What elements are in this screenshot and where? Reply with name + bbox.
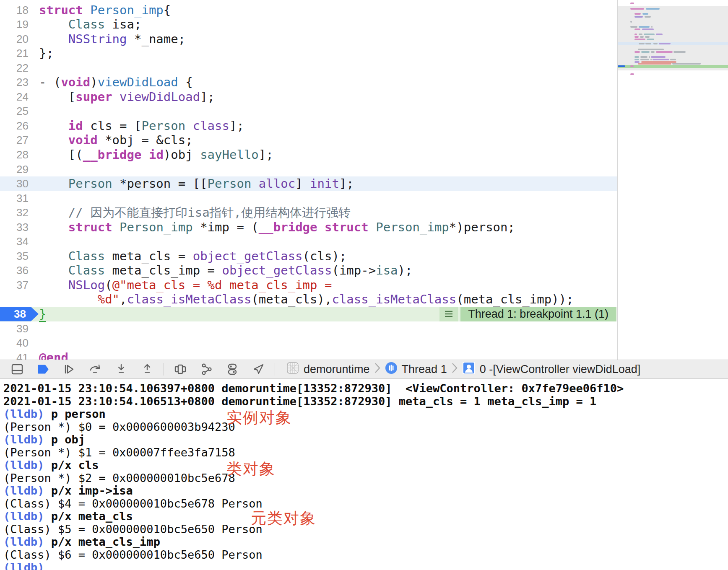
source-editor[interactable]: 1718struct Person_imp{19 Class isa;20 NS… [0,0,617,360]
minimap-code-bar [644,34,655,35]
line-number[interactable]: 20 [0,32,29,47]
editor-minimap[interactable] [617,0,728,360]
memory-graph-button[interactable] [193,360,219,378]
line-number[interactable]: 31 [0,191,29,206]
line-number[interactable]: 33 [0,220,29,235]
console-line-out: (Person *) $0 = 0x0000600003b94230 [0,421,728,434]
jumpbar-thread[interactable]: Thread 1 [402,363,447,376]
line-number[interactable]: 34 [0,234,29,249]
code-lines: 1718struct Person_imp{19 Class isa;20 NS… [0,0,617,360]
console-line-cmd: (lldb) p/x imp->isa [0,484,728,497]
minimap-code-bar [639,34,642,35]
lldb-prompt: (lldb) [3,535,51,548]
minimap-code-bar [653,43,658,44]
code-line-24: 24 [super viewDidLoad]; [0,90,617,104]
code-line-38: 38}Thread 1: breakpoint 1.1 (1) [0,307,617,321]
console-line-cmd: (lldb) p/x cls [0,459,728,472]
code-line-34: 34 [0,234,617,249]
minimap-code-bar [634,59,639,60]
minimap-code-bar [640,56,647,58]
line-number[interactable]: 25 [0,104,29,119]
breakpoints-toggle-button[interactable] [30,360,56,378]
line-number[interactable]: 40 [0,336,29,350]
code-line-20: 20 NSString *_name; [0,32,617,47]
console-line-log: 2021-01-15 23:10:54.106397+0800 demorunt… [0,382,728,395]
line-number[interactable]: 28 [0,148,29,162]
line-number[interactable]: 32 [0,205,29,220]
minimap-code-bar [638,63,671,65]
line-number[interactable]: 36 [0,263,29,278]
handwritten-annotation: 实例对象 [226,407,292,428]
console-line-out: (Class) $5 = 0x000000010bc5e650 Person [0,523,728,536]
view-debugger-button[interactable] [167,360,193,378]
minimap-highlight-line-30 [618,42,728,45]
code-line-31: 31 [0,191,617,206]
line-number[interactable]: 19 [0,17,29,32]
minimap-code-bar [634,34,637,35]
minimap-code-bar [630,73,634,75]
minimap-code-bar [639,43,645,44]
minimap-code-bar [630,21,632,23]
handwritten-annotation: 类对象 [226,459,276,479]
console-line-cmd: (lldb) p person [0,408,728,421]
line-number[interactable]: 21 [0,46,29,61]
minimap-code-bar [618,65,625,67]
line-number[interactable]: 41 [0,350,29,360]
line-number[interactable]: 24 [0,90,29,104]
console-line-cmd: (lldb) p obj [0,433,728,446]
minimap-code-bar [638,49,664,50]
console-line-out: (Person *) $2 = 0x000000010bc5e678 [0,472,728,485]
code-line-19: 19 Class isa; [0,17,617,32]
thread-breakpoint-badge[interactable]: Thread 1: breakpoint 1.1 (1) [439,307,616,321]
jumpbar-app-name[interactable]: demoruntime [304,363,370,376]
env-overrides-button[interactable] [219,360,245,378]
handwritten-annotation: 元类对象 [251,508,316,529]
line-number[interactable]: 23 [0,75,29,90]
line-number[interactable]: 27 [0,133,29,148]
line-number[interactable]: 37 [0,278,29,293]
chevron-right-icon [374,362,381,377]
code-line-21: 21}; [0,46,617,61]
minimap-code-bar [634,16,643,18]
toolbar-separator [164,363,164,376]
minimap-code-bar [645,36,650,38]
code-line-39: 39 [0,321,617,336]
continue-button[interactable] [56,360,82,378]
xcode-debug-window: { "editor": { "rows": [ {"n":"17","seg":… [0,0,728,570]
breakpoint-arrow[interactable]: 38 [0,307,39,321]
minimap-code-bar [650,59,652,60]
hamburger-icon[interactable] [439,307,458,321]
line-number[interactable]: 26 [0,119,29,133]
lldb-console[interactable]: 2021-01-15 23:10:54.106397+0800 demorunt… [0,379,728,570]
step-over-button[interactable] [82,360,108,378]
code-line-35: 35 Class meta_cls = object_getClass(cls)… [0,249,617,264]
line-number[interactable]: 30 [0,176,29,191]
simulate-location-button[interactable] [245,360,271,378]
jumpbar-stack-frame[interactable]: 0 -[ViewController viewDidLoad] [480,363,641,376]
code-line-29: 29 [0,162,617,177]
minimap-code-bar [630,65,634,67]
hide-debug-area-button[interactable] [4,360,30,378]
minimap-code-bar [647,39,654,40]
lldb-prompt: (lldb) [3,459,51,472]
console-line-out: (Class) $6 = 0x000000010bc5e650 Person [0,549,728,562]
minimap-code-bar [646,8,660,10]
line-number[interactable]: 22 [0,61,29,75]
line-number[interactable]: 18 [0,3,29,18]
line-number[interactable]: 39 [0,321,29,336]
code-line-30: 30 Person *person = [[Person alloc] init… [0,176,617,191]
console-line-cmd: (lldb) p/x meta_cls [0,510,728,523]
step-out-button[interactable] [134,360,160,378]
minimap-code-bar [651,26,653,28]
minimap-code-bar [672,63,701,65]
lldb-prompt: (lldb) [3,484,51,497]
breakpoint-badge-label: Thread 1: breakpoint 1.1 (1) [460,307,616,321]
minimap-code-bar [634,36,639,38]
line-number[interactable]: 35 [0,249,29,264]
console-line-prompt[interactable]: (lldb) [0,561,728,570]
minimap-code-bar [640,59,649,60]
line-number[interactable]: 29 [0,162,29,177]
toolbar-separator [275,363,275,376]
minimap-code-bar [630,3,634,4]
step-into-button[interactable] [108,360,134,378]
